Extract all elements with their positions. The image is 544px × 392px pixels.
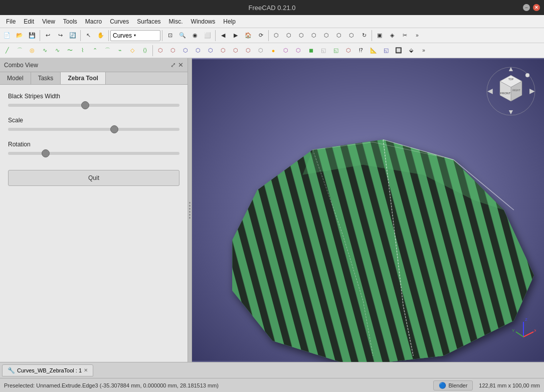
expand-icon[interactable]: ⤢ xyxy=(170,61,176,69)
curve-tool-3[interactable]: ◎ xyxy=(26,45,38,57)
view3d-button[interactable]: ◉ xyxy=(189,30,201,42)
view-iso-button[interactable]: ⬡ xyxy=(270,30,282,42)
curve-tool-12[interactable]: ⟨⟩ xyxy=(139,45,151,57)
curve-tool-6[interactable]: 〜 xyxy=(64,45,76,57)
rotation-slider-track[interactable] xyxy=(8,152,179,155)
menu-surfaces[interactable]: Surfaces xyxy=(133,17,164,26)
view-top-button[interactable]: ⬡ xyxy=(295,30,307,42)
surf-tool-6[interactable]: ⬡ xyxy=(217,45,229,57)
toolbar-select-group: ↖ ✋ xyxy=(82,30,107,42)
surf-tool-3[interactable]: ⬡ xyxy=(179,45,192,57)
view-front-button[interactable]: ⬡ xyxy=(283,30,295,42)
black-stripes-slider-track[interactable] xyxy=(8,104,179,107)
stereo-button[interactable]: ◈ xyxy=(386,30,398,42)
clip-button[interactable]: ✂ xyxy=(399,30,411,42)
menu-file[interactable]: File xyxy=(2,17,20,26)
close-panel-icon[interactable]: ✕ xyxy=(178,61,184,69)
menubar: File Edit View Tools Macro Curves Surfac… xyxy=(0,15,544,28)
workbench-dropdown[interactable]: Curves ▾ xyxy=(110,30,160,41)
sync-button[interactable]: ⟳ xyxy=(255,30,267,42)
close-button[interactable]: ✕ xyxy=(533,4,540,11)
view-left-button[interactable]: ⬡ xyxy=(320,30,332,42)
surf-tool-7[interactable]: ⬡ xyxy=(230,45,242,57)
curve-tool-10[interactable]: ⌁ xyxy=(114,45,126,57)
save-button[interactable]: 💾 xyxy=(26,30,38,42)
surf-tool-12[interactable]: ⬡ xyxy=(292,45,304,57)
view-toggle-button[interactable]: ⬜ xyxy=(202,30,214,42)
curve-tool-4[interactable]: ∿ xyxy=(39,45,51,57)
surf-tool-10[interactable]: ● xyxy=(267,45,279,57)
minimize-button[interactable]: – xyxy=(523,4,530,11)
nav-back-button[interactable]: ◀ xyxy=(217,30,229,42)
black-stripes-slider-thumb[interactable] xyxy=(81,101,89,109)
surf-tool-21[interactable]: ⬙ xyxy=(405,45,417,57)
surf-tool-5[interactable]: ⬡ xyxy=(205,45,217,57)
refresh-button[interactable]: 🔄 xyxy=(67,30,79,42)
surf-tool-1[interactable]: ⬡ xyxy=(154,45,166,57)
menu-curves[interactable]: Curves xyxy=(106,17,133,26)
collapse-handle[interactable] xyxy=(188,58,192,362)
surf-tool-19[interactable]: ◱ xyxy=(380,45,392,57)
combo-view-header: Combo View ⤢ ✕ xyxy=(0,58,188,72)
curve-tool-8[interactable]: ⌃ xyxy=(89,45,101,57)
more-tools-button[interactable]: » xyxy=(411,30,423,42)
surf-tool-14[interactable]: ◱ xyxy=(317,45,329,57)
menu-help[interactable]: Help xyxy=(219,17,240,26)
surf-tool-9[interactable]: ⬡ xyxy=(255,45,267,57)
svg-line-18 xyxy=(523,332,533,337)
quit-button[interactable]: Quit xyxy=(8,170,179,186)
surf-tool-20[interactable]: 🔲 xyxy=(393,45,405,57)
viewport-tab-close-icon[interactable]: ✕ xyxy=(84,367,88,373)
tb-sep-6 xyxy=(268,30,269,41)
curve-tool-5[interactable]: ∿ xyxy=(51,45,63,57)
curve-tool-7[interactable]: ⌇ xyxy=(76,45,88,57)
open-button[interactable]: 📂 xyxy=(14,30,26,42)
surf-tool-16[interactable]: ⬡ xyxy=(342,45,354,57)
navigation-cube[interactable]: ▲ ▼ ◀ ▶ FRONT RIGHT TOP xyxy=(486,66,536,116)
view-right-button[interactable]: ⬡ xyxy=(308,30,320,42)
nav-fwd-button[interactable]: ▶ xyxy=(230,30,242,42)
viewport[interactable]: ▲ ▼ ◀ ▶ FRONT RIGHT TOP xyxy=(192,58,544,362)
blender-button[interactable]: 🔵 Blender xyxy=(433,380,473,390)
menu-edit[interactable]: Edit xyxy=(20,17,38,26)
surf-tool-18[interactable]: 📐 xyxy=(368,45,380,57)
menu-misc[interactable]: Misc. xyxy=(165,17,187,26)
surf-tool-2[interactable]: ⬡ xyxy=(167,45,179,57)
surf-tool-8[interactable]: ⬡ xyxy=(242,45,254,57)
view-bottom-button[interactable]: ⬡ xyxy=(345,30,357,42)
new-file-button[interactable]: 📄 xyxy=(1,30,13,42)
view-rotate-button[interactable]: ↻ xyxy=(358,30,370,42)
surf-tool-13[interactable]: ◼ xyxy=(305,45,317,57)
zoom-fit-button[interactable]: ⊡ xyxy=(164,30,176,42)
draw-style-button[interactable]: ▣ xyxy=(374,30,386,42)
menu-view[interactable]: View xyxy=(38,17,59,26)
surf-tool-17[interactable]: ⁉ xyxy=(355,45,367,57)
menu-windows[interactable]: Windows xyxy=(187,17,220,26)
redo-button[interactable]: ↪ xyxy=(54,30,66,42)
curve-tool-11[interactable]: ◇ xyxy=(126,45,138,57)
menu-macro[interactable]: Macro xyxy=(81,17,106,26)
select-button[interactable]: ↖ xyxy=(82,30,94,42)
scale-slider-track[interactable] xyxy=(8,128,179,131)
menu-tools[interactable]: Tools xyxy=(59,17,81,26)
surf-tool-11[interactable]: ⬡ xyxy=(280,45,292,57)
zoom-in-button[interactable]: 🔍 xyxy=(176,30,189,42)
left-panel: Combo View ⤢ ✕ Model Tasks Zebra Tool Bl… xyxy=(0,58,188,362)
surf-tool-15[interactable]: ◱ xyxy=(330,45,342,57)
viewport-tab[interactable]: 🔧 Curves_WB_ZebraTool : 1 ✕ xyxy=(2,364,93,376)
pan-button[interactable]: ✋ xyxy=(95,30,107,42)
view-back-button[interactable]: ⬡ xyxy=(333,30,345,42)
home-button[interactable]: 🏠 xyxy=(242,30,254,42)
curve-tool-1[interactable]: ╱ xyxy=(1,45,13,57)
tab-model[interactable]: Model xyxy=(0,72,31,84)
scale-slider-thumb[interactable] xyxy=(110,125,118,133)
tab-tasks[interactable]: Tasks xyxy=(31,72,61,84)
handle-dot-6 xyxy=(189,217,191,219)
surf-tool-4[interactable]: ⬡ xyxy=(192,45,204,57)
more-tools-button-2[interactable]: » xyxy=(418,45,430,57)
undo-button[interactable]: ↩ xyxy=(42,30,54,42)
curve-tool-2[interactable]: ⌒ xyxy=(14,45,26,57)
rotation-slider-thumb[interactable] xyxy=(42,149,50,157)
tab-zebra-tool[interactable]: Zebra Tool xyxy=(61,72,105,84)
curve-tool-9[interactable]: ⌒ xyxy=(101,45,113,57)
